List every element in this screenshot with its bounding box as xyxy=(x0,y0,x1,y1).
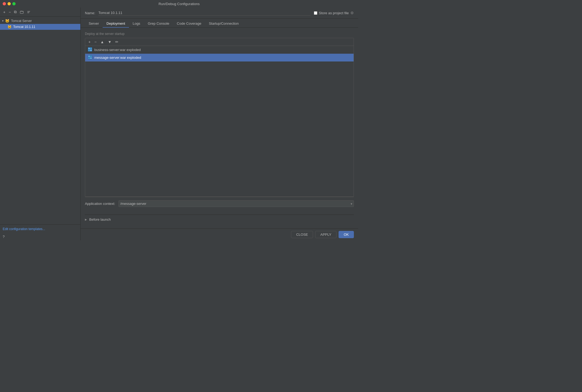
sidebar-tree: ▾ 🐱 Tomcat Server 🐱 Tomcat 10.1.11 xyxy=(0,17,80,224)
deploy-item-label: message-server:war exploded xyxy=(94,56,141,60)
sidebar: + − ⧉ ▾ 🐱 Tomcat Server xyxy=(0,8,81,240)
ok-button[interactable]: OK xyxy=(339,231,354,238)
deploy-move-up-button[interactable]: ▲ xyxy=(99,39,105,45)
before-launch-arrow-icon: ▶ xyxy=(85,218,87,221)
chevron-down-icon: ▾ xyxy=(2,19,3,22)
before-launch-label: Before launch xyxy=(89,217,111,222)
app-context-label: Application context: xyxy=(85,202,115,206)
store-project-checkbox[interactable] xyxy=(314,11,317,15)
deploy-list: business-server:war exploded xyxy=(85,46,354,197)
svg-rect-8 xyxy=(90,50,92,51)
before-launch-section[interactable]: ▶ Before launch xyxy=(85,215,354,224)
deploy-at-startup-section: Deploy at the server startup + − ▲ ▼ ✏ xyxy=(85,32,354,210)
deploy-item-message-server[interactable]: message-server:war exploded xyxy=(85,54,354,61)
app-context-dropdown-button[interactable]: ▼ xyxy=(350,202,353,205)
tab-deployment[interactable]: Deployment xyxy=(103,20,129,28)
sort-config-button[interactable] xyxy=(26,10,32,14)
deployment-content: Deploy at the server startup + − ▲ ▼ ✏ xyxy=(81,28,358,228)
folder-config-button[interactable] xyxy=(19,10,25,14)
svg-rect-5 xyxy=(88,48,90,49)
svg-rect-6 xyxy=(90,48,92,49)
deploy-section-label: Deploy at the server startup xyxy=(85,32,354,36)
minimize-window-button[interactable] xyxy=(8,2,11,5)
bottom-bar: CLOSE APPLY OK xyxy=(81,228,358,240)
help-icon[interactable]: ? xyxy=(3,235,5,239)
edit-templates-link[interactable]: Edit configuration templates... xyxy=(3,227,45,231)
window-title: Run/Debug Configurations xyxy=(159,2,200,6)
main-layout: + − ⧉ ▾ 🐱 Tomcat Server xyxy=(0,8,358,240)
content-area: Name: Store as project file ⚙ Server Dep… xyxy=(81,8,358,240)
deploy-item-business-server[interactable]: business-server:war exploded xyxy=(85,46,354,54)
close-button[interactable]: CLOSE xyxy=(291,231,313,238)
name-input[interactable] xyxy=(98,10,310,16)
deploy-toolbar: + − ▲ ▼ ✏ xyxy=(85,38,354,46)
tree-item-tomcat-10[interactable]: 🐱 Tomcat 10.1.11 xyxy=(0,24,80,30)
tab-grep-console[interactable]: Grep Console xyxy=(144,20,173,28)
deploy-remove-button[interactable]: − xyxy=(93,39,98,45)
title-bar: Run/Debug Configurations xyxy=(0,0,358,8)
sidebar-toolbar: + − ⧉ xyxy=(0,8,80,17)
store-project-area: Store as project file ⚙ xyxy=(314,11,354,15)
app-context-input[interactable] xyxy=(118,200,354,207)
tree-item-label: Tomcat 10.1.11 xyxy=(13,25,35,29)
war-icon xyxy=(88,55,92,60)
svg-rect-7 xyxy=(88,50,90,51)
add-config-button[interactable]: + xyxy=(2,9,6,15)
name-bar: Name: Store as project file ⚙ xyxy=(81,8,358,19)
tab-server[interactable]: Server xyxy=(85,20,103,28)
close-window-button[interactable] xyxy=(3,2,6,5)
deploy-item-label: business-server:war exploded xyxy=(94,48,141,52)
tomcat-icon: 🐱 xyxy=(5,19,9,23)
tab-logs[interactable]: Logs xyxy=(129,20,144,28)
svg-rect-10 xyxy=(88,56,90,57)
copy-config-button[interactable]: ⧉ xyxy=(13,9,18,15)
help-area: ? xyxy=(0,233,80,240)
tree-group-tomcat-server[interactable]: ▾ 🐱 Tomcat Server xyxy=(0,18,80,24)
deploy-move-down-button[interactable]: ▼ xyxy=(107,39,113,45)
svg-rect-11 xyxy=(90,56,92,57)
svg-rect-13 xyxy=(90,57,92,59)
remove-config-button[interactable]: − xyxy=(8,9,12,15)
sidebar-footer: Edit configuration templates... xyxy=(0,224,80,233)
tab-startup-connection[interactable]: Startup/Connection xyxy=(205,20,242,28)
deploy-edit-button[interactable]: ✏ xyxy=(114,39,120,45)
tabs-bar: Server Deployment Logs Grep Console Code… xyxy=(81,19,358,28)
deploy-panel: + − ▲ ▼ ✏ xyxy=(85,38,354,197)
svg-rect-12 xyxy=(88,57,90,59)
app-context-area: Application context: ▼ xyxy=(85,197,354,210)
tab-code-coverage[interactable]: Code Coverage xyxy=(173,20,205,28)
store-project-label: Store as project file xyxy=(319,11,349,15)
window-controls xyxy=(3,2,16,5)
app-context-input-wrap: ▼ xyxy=(118,200,354,207)
svg-rect-0 xyxy=(20,11,23,13)
tree-group-label: Tomcat Server xyxy=(11,19,32,23)
tomcat-item-icon: 🐱 xyxy=(8,25,12,29)
apply-button[interactable]: APPLY xyxy=(315,231,336,238)
war-icon xyxy=(88,47,92,52)
maximize-window-button[interactable] xyxy=(12,2,16,5)
name-field-label: Name: xyxy=(85,11,95,15)
deploy-add-button[interactable]: + xyxy=(87,39,92,45)
store-project-gear-button[interactable]: ⚙ xyxy=(350,11,354,15)
